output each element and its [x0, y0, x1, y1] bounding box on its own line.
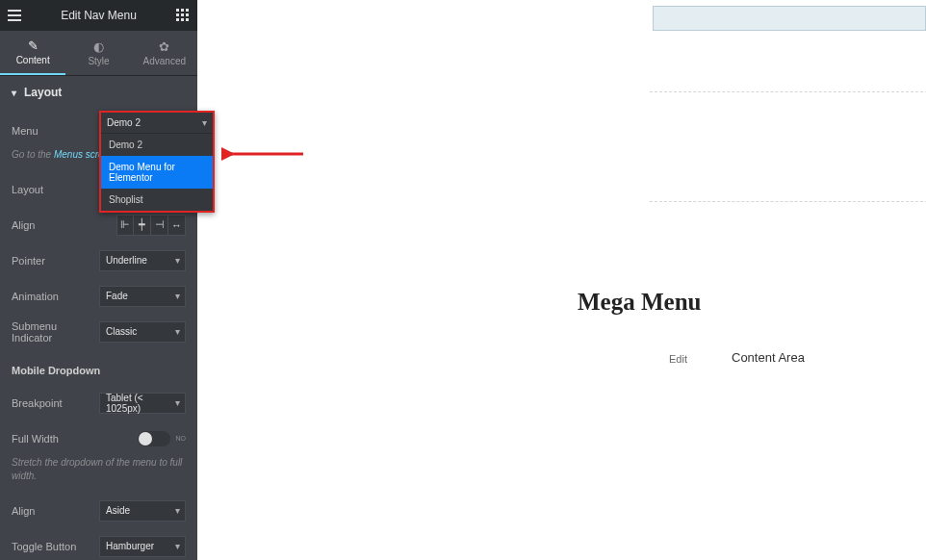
- breakpoint-label: Breakpoint: [12, 397, 99, 409]
- contrast-icon: ◐: [93, 40, 104, 53]
- panel-tabs: ✎ Content ◐ Style ✿ Advanced: [0, 31, 197, 76]
- toggle-button-select[interactable]: Hamburger: [99, 536, 186, 557]
- svg-rect-8: [186, 18, 189, 21]
- menu-option-demo2[interactable]: Demo 2: [101, 134, 213, 156]
- menu-dropdown-open: Demo 2 Demo 2 Demo Menu for Elementor Sh…: [99, 111, 215, 213]
- pencil-icon: ✎: [28, 39, 39, 52]
- hamburger-icon[interactable]: [0, 0, 29, 31]
- mobile-align-value: Aside: [106, 505, 130, 516]
- svg-rect-5: [186, 13, 189, 16]
- pointer-select-value: Underline: [106, 255, 147, 266]
- mega-menu-heading: Mega Menu: [578, 289, 701, 316]
- menu-label: Menu: [12, 125, 99, 137]
- caret-down-icon: ▾: [12, 88, 16, 98]
- menu-dropdown-selected[interactable]: Demo 2: [101, 113, 213, 134]
- tab-content-label: Content: [16, 55, 50, 65]
- align-choices: ⊩ ┿ ⊣ ↔: [116, 215, 186, 236]
- align-center-button[interactable]: ┿: [134, 215, 151, 236]
- mobile-align-label: Align: [12, 505, 99, 517]
- edit-link[interactable]: Edit: [669, 353, 687, 365]
- tab-style-label: Style: [88, 56, 109, 66]
- mobile-align-select[interactable]: Aside: [99, 500, 186, 522]
- animation-select-value: Fade: [106, 291, 128, 301]
- align-label: Align: [12, 219, 116, 231]
- svg-rect-1: [181, 9, 184, 12]
- mobile-dropdown-title: Mobile Dropdown: [12, 365, 186, 376]
- svg-rect-7: [181, 18, 184, 21]
- panel-header: Edit Nav Menu: [0, 0, 197, 31]
- svg-rect-3: [176, 13, 179, 16]
- full-width-toggle-value: NO: [176, 435, 187, 442]
- menu-option-shoplist[interactable]: Shoplist: [101, 189, 213, 211]
- tab-advanced[interactable]: ✿ Advanced: [132, 31, 197, 75]
- align-left-button[interactable]: ⊩: [116, 215, 134, 236]
- panel-title: Edit Nav Menu: [29, 9, 168, 22]
- apps-icon[interactable]: [168, 9, 197, 22]
- tab-content[interactable]: ✎ Content: [0, 31, 65, 75]
- tab-advanced-label: Advanced: [143, 56, 186, 66]
- preview-canvas: Mega Menu Edit Content Area: [197, 0, 926, 560]
- tab-style[interactable]: ◐ Style: [65, 31, 131, 75]
- align-justify-button[interactable]: ↔: [168, 215, 186, 236]
- section-layout-header[interactable]: ▾ Layout: [0, 76, 197, 109]
- breakpoint-select[interactable]: Tablet (< 1025px): [99, 393, 186, 414]
- layout-label: Layout: [12, 184, 99, 195]
- submenu-select-value: Classic: [106, 326, 137, 337]
- animation-label: Animation: [12, 291, 99, 302]
- submenu-indicator-select[interactable]: Classic: [99, 321, 186, 343]
- svg-rect-6: [176, 18, 179, 21]
- toggle-button-value: Hamburger: [106, 541, 154, 551]
- submenu-indicator-label: Submenu Indicator: [12, 320, 99, 344]
- pointer-label: Pointer: [12, 255, 99, 267]
- svg-rect-2: [186, 9, 189, 12]
- pointer-select[interactable]: Underline: [99, 250, 186, 271]
- full-width-label: Full Width: [12, 433, 138, 445]
- preview-header-box[interactable]: [653, 6, 926, 31]
- full-width-help: Stretch the dropdown of the menu to full…: [12, 452, 186, 489]
- editor-panel: Edit Nav Menu ✎ Content ◐ Style ✿ Advanc…: [0, 0, 197, 560]
- section-layout-title: Layout: [24, 86, 62, 99]
- breakpoint-select-value: Tablet (< 1025px): [106, 393, 167, 414]
- toggle-button-label: Toggle Button: [12, 541, 99, 552]
- svg-rect-0: [176, 9, 179, 12]
- animation-select[interactable]: Fade: [99, 286, 186, 307]
- preview-section-placeholder[interactable]: [650, 91, 926, 202]
- gear-icon: ✿: [159, 40, 169, 53]
- svg-rect-4: [181, 13, 184, 16]
- content-area-label: Content Area: [732, 350, 805, 365]
- full-width-toggle[interactable]: [138, 431, 170, 446]
- align-right-button[interactable]: ⊣: [151, 215, 168, 236]
- menu-option-demo-elementor[interactable]: Demo Menu for Elementor: [101, 156, 213, 189]
